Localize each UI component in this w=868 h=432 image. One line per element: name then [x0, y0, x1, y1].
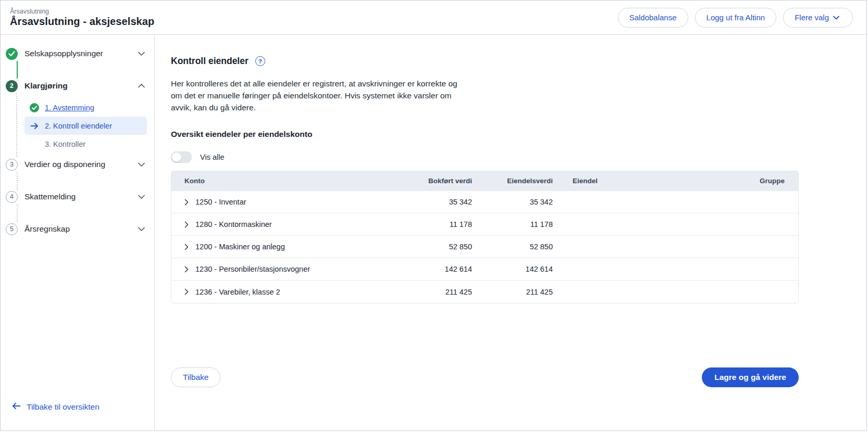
step-number-badge: 3 [6, 159, 18, 171]
column-header-bokfort-verdi: Bokført verdi [401, 171, 476, 191]
description-text: Her kontrolleres det at alle eiendeler e… [171, 78, 465, 114]
sidebar-subitem-kontroll-eiendeler[interactable]: 2. Kontroll eiendeler [24, 117, 147, 135]
sidebar-subitem-kontroller[interactable]: 3. Kontroller [24, 135, 147, 153]
toggle-label: Vis alle [200, 153, 224, 161]
logout-label: Logg ut fra Altinn [706, 13, 765, 22]
breadcrumb: Årsavslutning [10, 8, 154, 15]
bokfort-verdi-value: 211 425 [401, 281, 476, 303]
more-options-label: Flere valg [795, 13, 829, 22]
saldobalanse-label: Saldobalanse [629, 13, 677, 22]
eiendel-value [557, 236, 708, 258]
gruppe-value [708, 281, 798, 303]
chevron-down-icon [138, 195, 145, 199]
sidebar-item-label: Skattemelding [24, 192, 131, 201]
expand-row-icon[interactable] [184, 199, 189, 206]
eiendel-value [557, 213, 708, 236]
page-title: Årsavslutning - aksjeselskap [10, 16, 154, 28]
back-to-overview-label: Tilbake til oversikten [27, 402, 100, 412]
gruppe-value [708, 236, 798, 258]
gruppe-value [708, 258, 798, 281]
step-connector [17, 204, 18, 222]
header-titles: Årsavslutning Årsavslutning - aksjeselsk… [10, 8, 154, 28]
subitem-label: 2. Kontroll eiendeler [45, 122, 112, 130]
expand-row-icon[interactable] [184, 244, 189, 250]
expand-row-icon[interactable] [184, 288, 189, 295]
konto-label: 1250 - Inventar [195, 198, 246, 206]
eiendelsverdi-value: 211 425 [476, 281, 557, 303]
bokfort-verdi-value: 35 342 [401, 191, 476, 213]
sidebar: Selskapsopplysninger 2 Klargjøring [1, 35, 155, 430]
sidebar-item-verdier-og-disponering[interactable]: 3 Verdier og disponering [6, 157, 147, 172]
help-icon[interactable]: ? [255, 56, 265, 66]
chevron-down-icon [138, 227, 145, 231]
eiendelsverdi-value: 52 850 [476, 236, 557, 258]
chevron-down-icon [833, 16, 839, 20]
konto-label: 1236 - Varebiler, klasse 2 [195, 288, 280, 296]
table-row[interactable]: 1200 - Maskiner og anlegg 52 850 52 850 [171, 236, 798, 258]
bokfort-verdi-value: 52 850 [401, 236, 476, 258]
sidebar-item-label: Verdier og disponering [24, 160, 131, 169]
chevron-down-icon [138, 52, 145, 56]
content-title: Kontroll eiendeler [171, 56, 249, 67]
header-actions: Saldobalanse Logg ut fra Altinn Flere va… [618, 8, 853, 28]
chevron-down-icon [138, 162, 145, 167]
table-row[interactable]: 1250 - Inventar 35 342 35 342 [171, 191, 798, 213]
check-circle-icon [6, 48, 18, 60]
vis-alle-toggle[interactable] [171, 151, 192, 163]
table-row[interactable]: 1230 - Personbiler/stasjonsvogner 142 61… [171, 258, 798, 281]
konto-label: 1200 - Maskiner og anlegg [195, 243, 285, 251]
sidebar-item-label: Klargjøring [24, 81, 131, 91]
expand-row-icon[interactable] [184, 221, 189, 228]
step-connector [17, 61, 18, 79]
bokfort-verdi-value: 142 614 [401, 258, 476, 281]
table-row[interactable]: 1280 - Kontormaskiner 11 178 11 178 [171, 213, 798, 236]
table-row[interactable]: 1236 - Varebiler, klasse 2 211 425 211 4… [171, 281, 798, 303]
main-content: Kontroll eiendeler ? Her kontrolleres de… [155, 35, 866, 430]
eiendel-value [557, 258, 708, 281]
bokfort-verdi-value: 11 178 [401, 213, 476, 236]
save-and-continue-button[interactable]: Lagre og gå videre [702, 367, 799, 387]
gruppe-value [708, 213, 798, 236]
table-header-row: Konto Bokført verdi Eiendelsverdi Eiende… [171, 171, 798, 191]
sidebar-item-label: Selskapsopplysninger [24, 49, 131, 58]
back-to-overview-link[interactable]: Tilbake til oversikten [6, 402, 147, 419]
sidebar-item-label: Årsregnskap [24, 224, 131, 234]
sidebar-item-klargjoring[interactable]: 2 Klargjøring [6, 79, 147, 93]
subitem-link[interactable]: 1. Avstemming [45, 104, 94, 112]
column-header-konto: Konto [171, 171, 401, 191]
app-window: Årsavslutning Årsavslutning - aksjeselsk… [0, 0, 867, 431]
subitem-label: 3. Kontroller [45, 140, 85, 148]
sidebar-item-skattemelding[interactable]: 4 Skattemelding [6, 189, 147, 204]
sidebar-item-arsregnskap[interactable]: 5 Årsregnskap [6, 222, 147, 236]
eiendel-value [557, 281, 708, 303]
top-header: Årsavslutning Årsavslutning - aksjeselsk… [1, 1, 866, 35]
more-options-button[interactable]: Flere valg [783, 8, 853, 28]
step-number-badge: 5 [6, 223, 18, 235]
arrow-left-icon [12, 402, 21, 412]
eiendelsverdi-value: 142 614 [476, 258, 557, 281]
back-button[interactable]: Tilbake [171, 367, 220, 387]
sidebar-item-selskapsopplysninger[interactable]: Selskapsopplysninger [6, 46, 147, 61]
sidebar-subitem-avstemming[interactable]: 1. Avstemming [24, 98, 147, 117]
column-header-gruppe: Gruppe [708, 171, 798, 191]
assets-table: Konto Bokført verdi Eiendelsverdi Eiende… [171, 171, 799, 303]
konto-label: 1280 - Kontormaskiner [195, 220, 272, 228]
eiendelsverdi-value: 35 342 [476, 191, 557, 213]
konto-label: 1230 - Personbiler/stasjonsvogner [195, 265, 310, 273]
arrow-right-icon [30, 122, 39, 130]
check-circle-icon [30, 103, 39, 112]
column-header-eiendelsverdi: Eiendelsverdi [476, 171, 557, 191]
toggle-knob [172, 153, 181, 162]
eiendelsverdi-value: 11 178 [476, 213, 557, 236]
step-connector [17, 172, 18, 189]
step-number-badge: 4 [6, 191, 18, 203]
eiendel-value [557, 191, 708, 213]
logout-altinn-button[interactable]: Logg ut fra Altinn [695, 8, 777, 28]
expand-row-icon[interactable] [184, 266, 189, 273]
column-header-eiendel: Eiendel [557, 171, 708, 191]
klargjoring-substeps: 1. Avstemming 2. Kontroll eiendeler 3. K… [6, 93, 147, 157]
saldobalanse-button[interactable]: Saldobalanse [618, 8, 688, 28]
chevron-up-icon [138, 84, 145, 88]
gruppe-value [708, 191, 798, 213]
step-number-badge: 2 [6, 80, 18, 92]
